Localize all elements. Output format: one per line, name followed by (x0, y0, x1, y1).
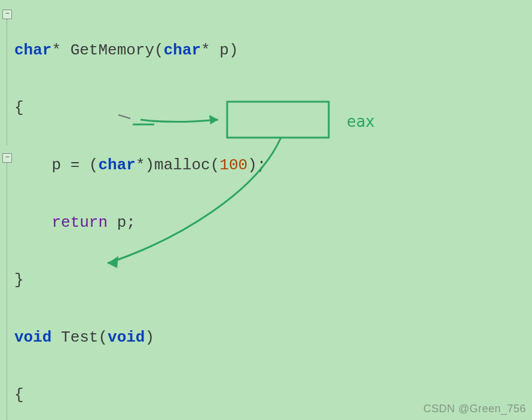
lparen: ( (89, 156, 99, 174)
star: * (201, 41, 210, 59)
brace-close: } (14, 271, 24, 289)
fn-malloc: malloc (154, 156, 210, 174)
rparen: ) (145, 156, 154, 174)
rparen: ) (229, 41, 239, 59)
function-name: GetMemory (71, 41, 154, 59)
fold-gutter: − − (0, 0, 12, 420)
brace-open: { (14, 99, 24, 117)
eax-label: eax (347, 112, 375, 130)
lparen: ( (154, 41, 164, 59)
keyword-char: char (164, 41, 201, 59)
semicolon: ; (126, 214, 136, 232)
lparen: ( (98, 328, 108, 346)
code-line-3: p = (char*)malloc(100); (14, 151, 304, 179)
code-line-1: char* GetMemory(char* p) (14, 36, 304, 65)
code-line-6: void Test(void) (14, 323, 304, 352)
fold-guide-1 (7, 19, 7, 145)
code-line-7: { (14, 381, 304, 409)
fold-toggle-1[interactable]: − (2, 10, 12, 19)
space (108, 214, 117, 232)
keyword-void: void (108, 328, 145, 346)
lparen: ( (210, 156, 220, 174)
var-p: p (51, 156, 61, 174)
assign: = (61, 156, 89, 174)
code-line-5: } (14, 266, 304, 294)
param-p: p (219, 41, 229, 59)
keyword-char: char (14, 41, 51, 59)
keyword-char: char (98, 156, 135, 174)
fold-toggle-2[interactable]: − (2, 153, 12, 163)
code-line-4: return p; (14, 208, 304, 237)
keyword-return: return (51, 214, 108, 232)
fold-guide-2 (7, 163, 7, 420)
rparen-semi: ); (247, 156, 266, 174)
code-block: char* GetMemory(char* p) { p = (char*)ma… (14, 7, 304, 420)
literal-100: 100 (219, 156, 247, 174)
keyword-void: void (14, 328, 51, 346)
code-line-2: { (14, 93, 304, 122)
watermark-text: CSDN @Green_756 (423, 403, 526, 415)
var-p: p (117, 214, 127, 232)
function-name: Test (61, 328, 98, 346)
star: * (51, 41, 61, 59)
brace-open: { (14, 386, 24, 404)
rparen: ) (145, 328, 154, 346)
star: * (136, 156, 145, 174)
